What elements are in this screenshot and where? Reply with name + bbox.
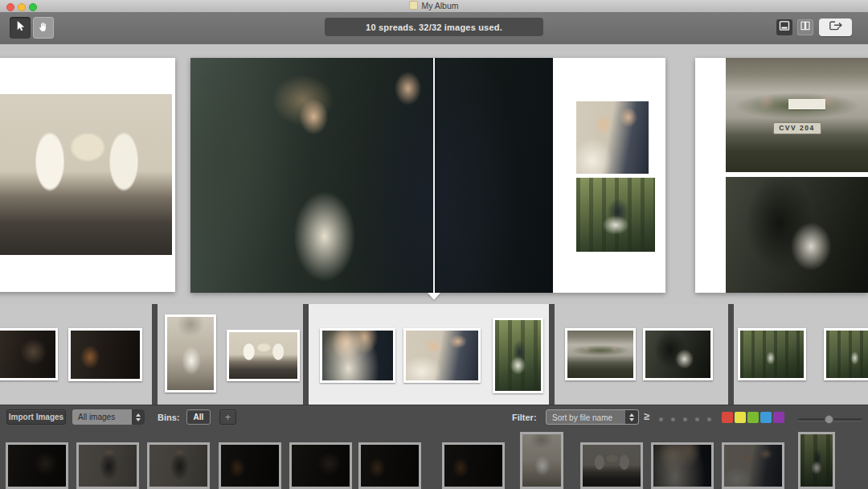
filmstrip-photo[interactable] bbox=[227, 330, 300, 381]
bin-thumbnail[interactable] bbox=[798, 432, 835, 489]
photo-couple-in-car[interactable] bbox=[576, 101, 649, 174]
rating-dot-5[interactable] bbox=[707, 417, 711, 421]
title-bar: My Album bbox=[0, 0, 868, 13]
export-button[interactable] bbox=[819, 18, 852, 36]
hand-icon bbox=[38, 21, 49, 35]
filmstrip-photo[interactable] bbox=[643, 328, 713, 380]
filmstrip-spread-1[interactable] bbox=[0, 304, 152, 405]
bin-thumbnail[interactable] bbox=[520, 432, 563, 489]
spread-gutter-line bbox=[433, 58, 435, 293]
photo-wedding-ceremony[interactable] bbox=[0, 94, 172, 255]
filmstrip-photo[interactable] bbox=[0, 328, 58, 380]
photo-couple-in-forest[interactable] bbox=[576, 178, 655, 252]
bin-thumbnail[interactable] bbox=[219, 442, 281, 489]
filmstrip-spread-2[interactable] bbox=[158, 304, 303, 405]
bins-label: Bins: bbox=[158, 413, 180, 422]
export-arrow-icon bbox=[828, 20, 844, 35]
status-text: 10 spreads. 32/32 images used. bbox=[366, 23, 502, 32]
sort-dropdown[interactable]: Sort by file name bbox=[546, 409, 639, 425]
color-swatch-purple[interactable] bbox=[773, 412, 784, 423]
add-bin-button[interactable]: + bbox=[219, 409, 236, 425]
color-swatch-green[interactable] bbox=[747, 412, 759, 423]
filmstrip-photo[interactable] bbox=[493, 318, 543, 393]
filmstrip-photo[interactable] bbox=[68, 328, 142, 381]
bin-thumbnail[interactable] bbox=[6, 442, 68, 489]
color-swatch-yellow[interactable] bbox=[735, 412, 746, 423]
main-toolbar: 10 spreads. 32/32 images used. bbox=[0, 12, 868, 45]
rating-dot-4[interactable] bbox=[695, 417, 699, 421]
filmstrip-spread-5[interactable] bbox=[734, 304, 868, 405]
page-with-filmstrip-icon bbox=[779, 20, 790, 35]
status-bar: 10 spreads. 32/32 images used. bbox=[325, 18, 543, 36]
current-spread-marker-icon bbox=[428, 293, 440, 300]
previous-spread-page[interactable] bbox=[0, 58, 175, 292]
sort-dropdown-value: Sort by file name bbox=[552, 410, 612, 425]
filmstrip-photo[interactable] bbox=[403, 328, 481, 383]
filmstrip-photo[interactable] bbox=[824, 328, 868, 380]
images-filter-dropdown[interactable]: All images bbox=[72, 409, 145, 425]
color-swatch-red[interactable] bbox=[722, 412, 733, 423]
bin-thumbnail[interactable] bbox=[76, 442, 139, 489]
bin-thumbnail[interactable] bbox=[442, 442, 505, 489]
license-plate: CVV 204 bbox=[773, 122, 821, 134]
bin-thumbnail[interactable] bbox=[580, 442, 643, 489]
filmstrip-photo[interactable] bbox=[320, 328, 395, 383]
filmstrip-spread-3-selected[interactable] bbox=[309, 304, 549, 405]
rating-dot-1[interactable] bbox=[659, 417, 663, 421]
color-swatch-blue[interactable] bbox=[760, 412, 772, 423]
stepper-arrows-icon[interactable] bbox=[625, 410, 638, 424]
rating-dot-3[interactable] bbox=[683, 417, 687, 421]
current-spread-page[interactable] bbox=[190, 58, 665, 293]
filmstrip-photo[interactable] bbox=[738, 328, 806, 380]
two-page-spread-icon bbox=[800, 20, 811, 35]
bin-thumbnail[interactable] bbox=[147, 442, 210, 489]
bin-thumbnail[interactable] bbox=[722, 442, 784, 489]
image-bin-toolbar: Import Images All images Bins: All + Fil… bbox=[0, 405, 868, 429]
window-title: My Album bbox=[0, 1, 868, 10]
rating-dot-2[interactable] bbox=[671, 417, 675, 421]
pan-tool-button[interactable] bbox=[33, 17, 54, 39]
filter-label: Filter: bbox=[512, 413, 537, 422]
rating-operator[interactable]: ≥ bbox=[644, 410, 649, 422]
filmstrip-spread-4[interactable] bbox=[555, 304, 728, 405]
thumbnail-size-slider-thumb[interactable] bbox=[825, 415, 833, 424]
next-spread-page[interactable]: CVV 204 bbox=[695, 58, 868, 293]
import-images-button[interactable]: Import Images bbox=[6, 409, 66, 425]
album-app-window: My Album 10 spreads. 32/32 images used. bbox=[0, 0, 868, 489]
stepper-arrows-icon[interactable] bbox=[132, 409, 145, 425]
photo-wedding-car-rear[interactable]: CVV 204 bbox=[726, 58, 868, 172]
photo-couple-walking[interactable] bbox=[190, 58, 553, 293]
bin-thumbnail[interactable] bbox=[651, 442, 714, 489]
window-title-text: My Album bbox=[421, 1, 458, 10]
bin-thumbnail[interactable] bbox=[358, 442, 421, 489]
images-filter-value: All images bbox=[78, 409, 115, 425]
layout-view-button[interactable] bbox=[776, 19, 792, 35]
bin-thumbnail[interactable] bbox=[289, 442, 352, 489]
spread-view-button[interactable] bbox=[797, 19, 813, 35]
select-tool-button[interactable] bbox=[10, 17, 31, 39]
just-married-sign bbox=[788, 99, 825, 109]
document-proxy-icon bbox=[409, 1, 418, 10]
filmstrip-photo[interactable] bbox=[165, 314, 216, 392]
spread-filmstrip bbox=[0, 304, 868, 405]
photo-bride-exiting-car[interactable] bbox=[726, 177, 868, 293]
filmstrip-photo[interactable] bbox=[565, 328, 636, 380]
layout-canvas: CVV 204 bbox=[0, 44, 868, 304]
bin-all-button[interactable]: All bbox=[186, 409, 211, 425]
cursor-arrow-icon bbox=[14, 20, 27, 35]
image-bin bbox=[0, 429, 868, 489]
